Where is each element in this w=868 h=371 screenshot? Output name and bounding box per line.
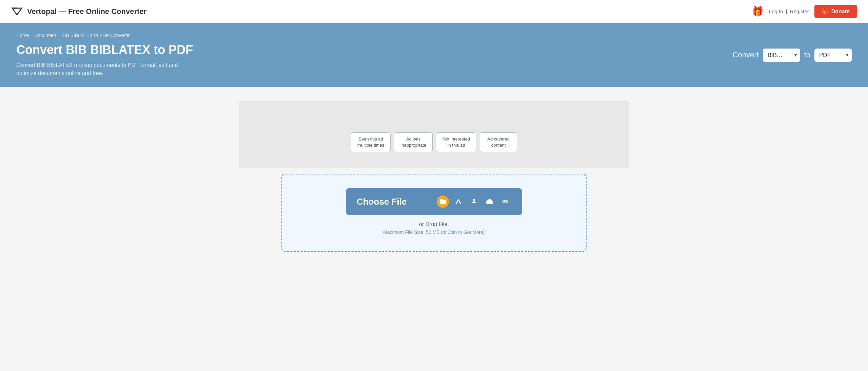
folder-icon[interactable] <box>437 196 449 208</box>
ad-feedback-not-interested[interactable]: Not interestedin this ad <box>436 132 476 152</box>
to-label: to <box>804 51 810 59</box>
from-format-wrapper[interactable]: BIB… <box>763 49 800 62</box>
gdrive-icon[interactable] <box>452 196 465 208</box>
hero-title: Convert BIB BIBLATEX to PDF <box>16 43 193 57</box>
hero-right: Convert BIB… to PDF <box>733 49 852 62</box>
header-right: 🎁 Log In | Register 🎁 Donate <box>752 5 857 18</box>
ad-feedback-seen-multiple[interactable]: Seen this admultiple times <box>351 132 391 152</box>
main-content: Seen this admultiple times Ad wasinappro… <box>231 87 637 265</box>
ad-feedback-inappropriate[interactable]: Ad wasinappropriate <box>394 132 433 152</box>
to-format-wrapper[interactable]: PDF <box>814 49 852 62</box>
link-icon[interactable] <box>499 196 511 208</box>
file-size-note: Maximum File Size: 50 MB (or Join to Get… <box>293 229 575 235</box>
logo-area: Vertopal — Free Online Converter <box>11 5 146 18</box>
breadcrumb-current: BIB BIBLATEX to PDF Converter <box>61 33 131 38</box>
choose-file-button[interactable]: Choose File <box>346 188 522 215</box>
auth-links: Log In | Register <box>769 8 809 14</box>
ad-feedback-bar: Seen this admultiple times Ad wasinappro… <box>351 132 517 152</box>
get-more-text: to Get More) <box>458 229 485 235</box>
cloud-icon[interactable] <box>484 196 496 208</box>
to-format-select[interactable]: PDF <box>814 49 852 62</box>
convert-label: Convert <box>733 51 759 59</box>
file-size-text: Maximum File Size: 50 MB (or <box>383 229 447 235</box>
file-source-icons <box>437 196 511 208</box>
ad-zone: Seen this admultiple times Ad wasinappro… <box>239 100 629 168</box>
donate-label: Donate <box>831 8 850 15</box>
donate-button[interactable]: 🎁 Donate <box>814 5 857 18</box>
breadcrumb-sep-1: › <box>31 33 32 38</box>
register-link[interactable]: Register <box>790 8 809 14</box>
breadcrumb-document[interactable]: Document <box>34 33 56 38</box>
gift-icon: 🎁 <box>752 6 764 17</box>
logo-icon <box>11 5 23 18</box>
auth-separator: | <box>786 8 787 14</box>
from-format-select[interactable]: BIB… <box>763 49 800 62</box>
join-link[interactable]: Join <box>448 229 457 235</box>
breadcrumb-sep-2: › <box>58 33 59 38</box>
svg-marker-0 <box>12 8 22 15</box>
hero-description: Convert BIB BIBLATEX markup documents to… <box>16 61 193 77</box>
logo-text: Vertopal — Free Online Converter <box>27 7 146 16</box>
login-link[interactable]: Log In <box>769 8 783 14</box>
drop-hint: or Drop File. <box>293 221 575 227</box>
breadcrumb: Home › Document › BIB BIBLATEX to PDF Co… <box>16 33 193 38</box>
site-header: Vertopal — Free Online Converter 🎁 Log I… <box>0 0 868 23</box>
hero-banner: Home › Document › BIB BIBLATEX to PDF Co… <box>0 23 868 87</box>
donate-icon: 🎁 <box>822 8 829 15</box>
choose-file-label: Choose File <box>357 197 407 207</box>
dropbox-icon[interactable] <box>468 196 480 208</box>
breadcrumb-home[interactable]: Home <box>16 33 29 38</box>
drop-zone: Choose File or Drop File. <box>281 174 587 252</box>
ad-feedback-covered-content[interactable]: Ad coveredcontent <box>480 132 517 152</box>
hero-left: Home › Document › BIB BIBLATEX to PDF Co… <box>16 33 193 77</box>
